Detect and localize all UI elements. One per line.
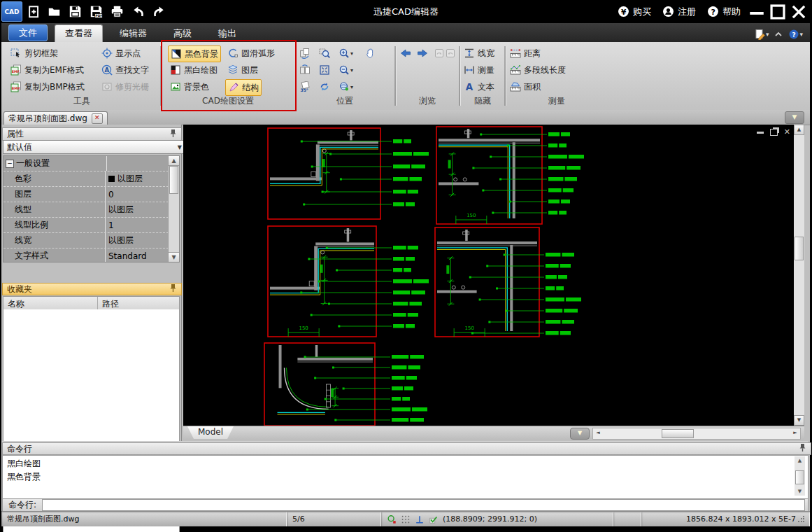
scrollbar-thumb[interactable]: [169, 166, 178, 194]
help-button[interactable]: ? 帮助: [703, 6, 745, 18]
ortho-icon[interactable]: [415, 514, 425, 524]
copy-bmp-button[interactable]: BMP 复制为BMP格式: [8, 79, 87, 94]
pin-icon[interactable]: [169, 284, 177, 295]
rotate-angle-button[interactable]: 35°: [298, 79, 312, 94]
ribbon-help-button[interactable]: ? ▾: [788, 29, 803, 40]
mdi-restore-icon[interactable]: [770, 129, 778, 136]
grid-icon[interactable]: [401, 514, 411, 524]
new-file-icon: [27, 5, 40, 18]
scrollbar-thumb[interactable]: [795, 470, 804, 484]
scroll-right-icon[interactable]: ►: [790, 428, 800, 438]
hide-linewidth-button[interactable]: 线宽: [462, 46, 497, 61]
view-redo-button[interactable]: [443, 46, 457, 61]
refresh-view-button[interactable]: [318, 79, 332, 94]
command-scrollbar[interactable]: ▲ ▼: [795, 456, 805, 496]
mdi-minimize-icon[interactable]: [757, 132, 764, 134]
redo-button[interactable]: [148, 3, 169, 21]
command-history[interactable]: 黑白绘图 黑色背景: [2, 455, 809, 500]
register-button[interactable]: 注册: [658, 6, 700, 18]
model-tab[interactable]: Model: [187, 426, 234, 439]
properties-preset-dropdown[interactable]: 默认值 ▼: [3, 140, 186, 154]
property-row[interactable]: 图层0: [3, 187, 169, 202]
scroll-up-icon[interactable]: ▲: [794, 125, 804, 135]
collapse-ribbon-button[interactable]: [773, 29, 784, 40]
document-close-icon[interactable]: ✕: [92, 113, 103, 124]
measure-distance-button[interactable]: 距离: [508, 46, 543, 61]
layers-icon: [227, 64, 238, 76]
bw-drawing-button[interactable]: 黑白绘图: [168, 62, 220, 78]
buy-button[interactable]: ¥ 购买: [613, 6, 655, 18]
rotate-view-button[interactable]: [298, 46, 312, 61]
undo-button[interactable]: [127, 3, 148, 21]
snap-marker-icon[interactable]: [387, 514, 397, 524]
trim-raster-button[interactable]: 修剪光栅: [99, 79, 151, 94]
save-button[interactable]: [64, 3, 85, 21]
find-text-button[interactable]: A 查找文字: [99, 62, 151, 78]
scroll-up-icon[interactable]: ▲: [169, 156, 179, 166]
command-input[interactable]: [42, 499, 805, 511]
layout-list-chevron-button[interactable]: ▼: [570, 428, 590, 440]
save-as-pdf-button[interactable]: PDF: [85, 3, 106, 21]
minimize-button[interactable]: [748, 4, 766, 20]
document-tab[interactable]: 常规吊顶剖面图.dwg ✕: [3, 111, 108, 125]
zoom-in-button[interactable]: ▾: [337, 46, 355, 61]
canvas-horizontal-scrollbar[interactable]: ◄ ►: [592, 428, 801, 440]
resize-grip[interactable]: [797, 516, 804, 523]
scroll-down-icon[interactable]: ▼: [795, 487, 805, 496]
tab-list-chevron-button[interactable]: ▼: [785, 111, 804, 124]
view-back-button[interactable]: [399, 46, 413, 61]
background-color-button[interactable]: 背景色: [168, 79, 211, 94]
scroll-left-icon[interactable]: ◄: [593, 428, 603, 438]
cut-frame-button[interactable]: 剪切框架: [8, 46, 60, 61]
property-row[interactable]: 色彩以图层: [3, 172, 169, 187]
drawing-canvas[interactable]: 150150150 ✕ ▲ ▼: [183, 125, 804, 426]
maximize-button[interactable]: [769, 4, 787, 20]
close-button[interactable]: [790, 4, 808, 20]
measure-area-button[interactable]: 面积: [508, 79, 543, 94]
pin-icon[interactable]: [169, 129, 177, 140]
canvas-vertical-scrollbar[interactable]: ▲ ▼: [794, 125, 804, 426]
osnap-icon[interactable]: [429, 514, 439, 524]
property-group-header[interactable]: −一般设置: [3, 156, 169, 172]
favorites-col-name[interactable]: 名称: [3, 297, 98, 310]
property-row[interactable]: 文字样式Standard: [3, 248, 169, 262]
structure-button[interactable]: 结构: [225, 79, 262, 96]
property-row[interactable]: 线宽以图层: [3, 233, 169, 248]
mdi-close-icon[interactable]: ✕: [784, 129, 790, 136]
scrollbar-thumb[interactable]: [662, 429, 694, 438]
hide-text-button[interactable]: A 文本: [462, 79, 497, 94]
collapse-icon[interactable]: −: [6, 160, 14, 168]
smooth-arc-button[interactable]: 圆滑弧形: [225, 46, 277, 61]
scrollbar-thumb[interactable]: [795, 237, 804, 260]
show-point-button[interactable]: 显示点: [99, 46, 143, 61]
scroll-up-icon[interactable]: ▲: [795, 456, 805, 465]
layers-button[interactable]: 图层: [225, 62, 260, 78]
black-background-button[interactable]: 黑色背景: [168, 46, 221, 62]
tab-file[interactable]: 文件: [8, 24, 48, 41]
measure-polyline-button[interactable]: 多段线长度: [508, 62, 568, 78]
fit-to-window-button[interactable]: [318, 62, 332, 78]
zoom-window-button[interactable]: [318, 46, 332, 61]
tab-viewer[interactable]: 查看器: [55, 24, 103, 42]
orbit-button[interactable]: ▾: [337, 79, 355, 94]
tab-advanced[interactable]: 高级: [164, 25, 201, 42]
pin-icon[interactable]: [799, 443, 806, 454]
scroll-down-icon[interactable]: ▼: [169, 252, 179, 262]
tab-output[interactable]: 输出: [208, 25, 246, 42]
property-row[interactable]: 线型以图层: [3, 202, 169, 218]
quick-edit-button[interactable]: ▾: [755, 29, 769, 40]
view-forward-button[interactable]: [415, 46, 429, 61]
scroll-down-icon[interactable]: ▼: [794, 415, 804, 426]
favorites-col-path[interactable]: 路径: [98, 297, 119, 310]
pan-button[interactable]: [364, 46, 378, 61]
tab-editor[interactable]: 编辑器: [110, 25, 157, 42]
copy-emf-button[interactable]: EMF 复制为EMF格式: [8, 62, 86, 78]
property-grid-scrollbar[interactable]: ▲ ▼: [168, 156, 179, 262]
zoom-out-button[interactable]: ▾: [337, 62, 355, 78]
print-button[interactable]: [106, 3, 127, 21]
open-file-button[interactable]: [43, 3, 64, 21]
new-file-button[interactable]: [22, 3, 43, 21]
property-row[interactable]: 线型比例1: [3, 218, 169, 233]
flip-view-button[interactable]: [298, 62, 312, 78]
hide-measure-button[interactable]: 测量: [462, 62, 497, 78]
